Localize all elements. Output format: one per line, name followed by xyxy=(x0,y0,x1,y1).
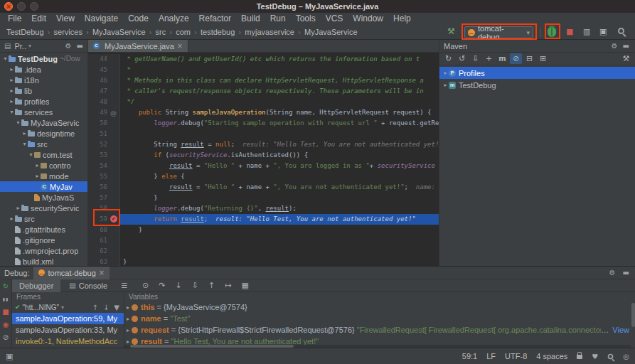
gutter-line-47[interactable]: 47 xyxy=(88,86,120,97)
code-text[interactable]: */ xyxy=(120,97,439,107)
thread-selector[interactable]: "htt...NING" xyxy=(23,304,60,311)
status-4-spaces[interactable]: 4 spaces xyxy=(536,352,567,360)
tree-item-com-test[interactable]: ▾com.test xyxy=(0,149,87,160)
step-over-button[interactable]: ↷ xyxy=(159,281,165,290)
tree-item-contro[interactable]: ▸contro xyxy=(0,160,87,171)
menu-item-tools[interactable]: Tools xyxy=(291,13,321,25)
collapse-arrow-icon[interactable]: ▾ xyxy=(28,151,34,158)
editor-tab[interactable]: MyJavaService.java × xyxy=(88,40,188,52)
breadcrumb-item-com[interactable]: com xyxy=(175,28,191,36)
next-frame-icon[interactable]: ↓ xyxy=(102,304,110,311)
vertical-scrollbar[interactable] xyxy=(631,301,635,345)
expand-arrow-icon[interactable]: ▸ xyxy=(9,215,15,222)
breadcrumb-item-src[interactable]: src xyxy=(155,28,167,36)
gutter-line-50[interactable]: 50 xyxy=(88,118,120,129)
menu-item-build[interactable]: Build xyxy=(236,13,265,25)
download-sources-icon[interactable]: ⇩ xyxy=(469,53,481,64)
code-text[interactable]: public String sampleJavaOperation(String… xyxy=(120,107,439,118)
variable-row-request[interactable]: ▸request = {StrictHttpFirewall$StrictFir… xyxy=(124,324,635,336)
tree-item-myjavas[interactable]: MyJavaS xyxy=(0,192,87,203)
coverage-button[interactable]: ▥ xyxy=(583,27,590,36)
code-text[interactable]: result = "Hello " + name + ", You are lo… xyxy=(120,161,439,171)
gutter-line-46[interactable]: 46 xyxy=(88,75,120,86)
menu-item-help[interactable]: Help xyxy=(388,13,416,25)
step-into-button[interactable]: ↓ xyxy=(176,281,182,290)
execute-goal-icon[interactable]: m xyxy=(496,53,508,64)
expand-arrow-icon[interactable]: ▸ xyxy=(442,70,449,76)
gutter-line-51[interactable]: 51 xyxy=(88,129,120,139)
breadcrumb-item-myjavaservice[interactable]: myjavaservice xyxy=(244,28,295,36)
code-text[interactable]: } xyxy=(120,193,439,203)
reimport-icon[interactable]: ↻ xyxy=(442,53,454,64)
maven-item-testdebug[interactable]: ▸TestDebug xyxy=(439,79,635,91)
code-text[interactable]: logger.debug("Starting sample operation … xyxy=(120,118,439,129)
maven-item-profiles[interactable]: ▸Profiles xyxy=(439,67,635,79)
code-text[interactable]: result = "Hello " + name + ", You are no… xyxy=(120,182,439,193)
tree-item-mode[interactable]: ▸mode xyxy=(0,171,87,181)
menu-item-run[interactable]: Run xyxy=(265,13,291,25)
gutter-line-55[interactable]: 55 xyxy=(88,171,120,182)
gear-icon[interactable]: ⚙ xyxy=(610,42,619,50)
add-maven-project-icon[interactable]: + xyxy=(483,53,495,64)
show-execution-point-button[interactable]: ⊙ xyxy=(142,281,149,290)
stop-button[interactable]: ■ xyxy=(566,27,573,36)
gutter-line-49[interactable]: 49@ xyxy=(88,107,120,118)
code-text[interactable] xyxy=(120,246,439,257)
tree-item-testdebug[interactable]: ▾TestDebug~/Dow xyxy=(0,53,87,64)
code-text[interactable]: * Methods in this class can declare Http… xyxy=(120,75,439,86)
expand-arrow-icon[interactable]: ▸ xyxy=(9,87,15,94)
status-utf-8[interactable]: UTF-8 xyxy=(505,352,527,360)
breadcrumb-item-services[interactable]: services xyxy=(53,28,83,36)
expand-arrow-icon[interactable]: ▸ xyxy=(15,205,21,211)
tool-window-switcher-icon[interactable]: ▣ xyxy=(6,352,13,361)
gutter-line-61[interactable]: 61 xyxy=(88,235,120,246)
gutter-line-54[interactable]: 54 xyxy=(88,161,120,171)
breadcrumb-item-myjavaservice[interactable]: MyJavaService xyxy=(92,28,146,36)
code-text[interactable]: * xyxy=(120,65,439,75)
close-icon[interactable]: × xyxy=(177,42,183,50)
collapse-arrow-icon[interactable]: ▾ xyxy=(15,119,21,126)
code-text[interactable]: } xyxy=(120,225,439,235)
frame-row[interactable]: invoke0:-1, NativeMethodAcc xyxy=(12,336,124,347)
code-text[interactable]: return result; result: "Hello Test, You … xyxy=(120,214,439,225)
code-text[interactable] xyxy=(120,129,439,139)
view-link[interactable]: View xyxy=(612,326,629,334)
menu-item-vcs[interactable]: VCS xyxy=(321,13,348,25)
menu-item-navigate[interactable]: Navigate xyxy=(80,13,123,25)
breakpoint-icon[interactable] xyxy=(110,215,117,223)
evaluate-expression-button[interactable]: ▦ xyxy=(241,281,248,290)
expand-arrow-icon[interactable]: ▸ xyxy=(9,66,15,73)
tree-item-securityservic[interactable]: ▸securityServic xyxy=(0,203,87,213)
gutter-line-52[interactable]: 52 xyxy=(88,139,120,150)
expand-arrow-icon[interactable]: ▸ xyxy=(21,130,28,136)
expand-arrow-icon[interactable]: ▸ xyxy=(34,173,41,179)
tab-debugger[interactable]: Debugger xyxy=(12,279,60,292)
search-icon[interactable] xyxy=(608,353,614,359)
code-text[interactable]: } else { xyxy=(120,171,439,182)
gear-icon[interactable]: ⚙ xyxy=(64,42,73,50)
expand-arrow-icon[interactable]: ▸ xyxy=(124,338,132,345)
menu-item-edit[interactable]: Edit xyxy=(26,13,51,25)
generate-sources-icon[interactable]: ↺ xyxy=(456,53,468,64)
maven-settings-icon[interactable]: ⚒ xyxy=(620,53,632,64)
gutter-line-56[interactable]: 56 xyxy=(88,182,120,193)
code-text[interactable]: String result = null; result: "Hello Tes… xyxy=(120,139,439,150)
expand-arrow-icon[interactable]: ▸ xyxy=(442,82,449,88)
tree-item-designtime[interactable]: ▸designtime xyxy=(0,128,87,139)
tree-item-myjav[interactable]: MyJav xyxy=(0,181,87,192)
collapse-arrow-icon[interactable]: ▾ xyxy=(9,109,15,115)
expand-arrow-icon[interactable]: ▸ xyxy=(9,77,15,83)
window-maximize-button[interactable] xyxy=(30,2,38,11)
expand-arrow-icon[interactable]: ▸ xyxy=(9,98,15,105)
breadcrumb-item-testdebug[interactable]: TestDebug xyxy=(6,28,45,36)
debug-session-tab[interactable]: tomcat-debug × xyxy=(33,267,110,279)
window-minimize-button[interactable] xyxy=(17,2,26,11)
close-icon[interactable]: × xyxy=(99,269,105,277)
code-text[interactable]: * getUserName() and getUserId() etc whic… xyxy=(120,54,439,65)
menu-item-analyze[interactable]: Analyze xyxy=(154,13,194,25)
gutter-line-62[interactable]: 62 xyxy=(88,246,120,257)
gutter-line-48[interactable]: 48 xyxy=(88,97,120,107)
gutter-line-63[interactable]: 63 xyxy=(88,257,120,266)
code-text[interactable]: * caller's request/response objects resp… xyxy=(120,86,439,97)
tree-item-gitattributes[interactable]: .gitattributes xyxy=(0,224,87,235)
